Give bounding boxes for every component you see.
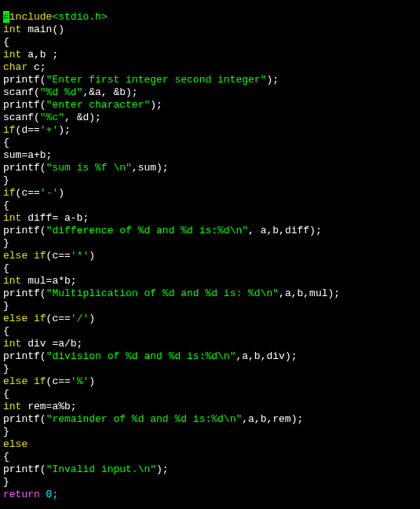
decl: mul=a*b; — [21, 275, 76, 287]
string-literal: "sum is %f \n" — [46, 162, 132, 174]
fn-printf: printf — [3, 350, 40, 362]
paren: ( — [40, 74, 46, 86]
keyword-int: int — [3, 338, 21, 350]
args: ,a,b,rem); — [242, 413, 303, 425]
char-literal: '-' — [40, 187, 58, 199]
args: ,a,b,div); — [236, 350, 297, 362]
cond: (c== — [16, 187, 40, 199]
paren: ( — [40, 99, 46, 111]
fn-printf: printf — [3, 463, 40, 475]
keyword-elseif: else if — [3, 250, 46, 262]
header-name: <stdio.h> — [52, 11, 107, 23]
cond-close: ) — [89, 250, 95, 262]
paren-close: ); — [266, 74, 279, 86]
titlebar — [0, 0, 420, 9]
char-literal: '/' — [71, 313, 89, 324]
brace: } — [3, 174, 9, 186]
brace: { — [3, 451, 9, 463]
fn-printf: printf — [3, 287, 40, 299]
stmt: sum=a+b; — [3, 149, 52, 161]
char-literal: '%' — [71, 375, 89, 387]
code-editor[interactable]: #include<stdio.h> int main() { int a,b ;… — [0, 9, 420, 503]
string-literal: "enter character" — [46, 99, 151, 111]
keyword-char: char — [3, 61, 27, 73]
args: ,a,b,mul); — [279, 287, 340, 299]
keyword-int: int — [3, 212, 21, 224]
keyword-int: int — [3, 401, 21, 412]
main-sig: main() — [21, 24, 64, 35]
decl: rem=a%b; — [21, 401, 76, 412]
keyword-return: return — [3, 489, 40, 500]
cond: (c== — [46, 250, 71, 262]
paren: ( — [40, 287, 46, 299]
brace: } — [3, 426, 9, 438]
fn-scanf: scanf — [3, 112, 34, 123]
decl: diff= a-b; — [21, 212, 89, 224]
cond-close: ) — [89, 313, 95, 324]
scan-args: , &d); — [64, 112, 101, 123]
brace: { — [3, 137, 9, 148]
fn-printf: printf — [3, 413, 40, 425]
args: ,sum); — [132, 162, 169, 174]
keyword-include: include — [9, 11, 53, 23]
brace: { — [3, 36, 9, 48]
keyword-int: int — [3, 24, 21, 35]
paren: ( — [40, 463, 46, 475]
keyword-elseif: else if — [3, 375, 46, 387]
cond-close: ); — [58, 124, 71, 136]
string-literal: "remainder of %d and %d is:%d\n" — [46, 413, 243, 425]
char-literal: '*' — [71, 250, 89, 262]
cond-close: ) — [89, 375, 95, 387]
decl-ab: a,b ; — [21, 49, 58, 60]
keyword-int: int — [3, 275, 21, 287]
cursor: # — [3, 11, 9, 23]
paren: ( — [34, 86, 40, 98]
brace: { — [3, 325, 9, 337]
paren: ( — [40, 225, 46, 236]
paren: ( — [40, 413, 46, 425]
cond: (c== — [46, 375, 71, 387]
return-val: 0; — [40, 489, 58, 500]
paren-close: ); — [150, 99, 163, 111]
decl: div =a/b; — [21, 338, 82, 350]
string-literal: "%d %d" — [40, 86, 83, 98]
brace: } — [3, 300, 9, 312]
cond: (c== — [46, 313, 71, 324]
fn-printf: printf — [3, 74, 40, 86]
paren: ( — [40, 350, 46, 362]
paren: ( — [34, 112, 40, 123]
scan-args: ,&a, &b); — [82, 86, 137, 98]
brace: { — [3, 388, 9, 400]
keyword-else: else — [3, 438, 27, 450]
string-literal: "division of %d and %d is:%d\n" — [46, 350, 236, 362]
char-literal: '+' — [40, 124, 58, 136]
string-literal: "Invalid input.\n" — [46, 463, 156, 475]
args: , a,b,diff); — [248, 225, 322, 236]
string-literal: "difference of %d and %d is:%d\n" — [46, 225, 248, 236]
decl-c: c; — [27, 61, 46, 73]
brace: } — [3, 237, 9, 249]
brace: } — [3, 476, 9, 488]
brace: } — [3, 363, 9, 375]
fn-scanf: scanf — [3, 86, 34, 98]
cond: (d== — [16, 124, 40, 136]
string-literal: "%c" — [40, 112, 64, 123]
brace: { — [3, 200, 9, 211]
brace: { — [3, 262, 9, 274]
fn-printf: printf — [3, 162, 40, 174]
fn-printf: printf — [3, 99, 40, 111]
keyword-if: if — [3, 124, 16, 136]
fn-printf: printf — [3, 225, 40, 236]
paren-close: ); — [156, 463, 169, 475]
keyword-elseif: else if — [3, 313, 46, 324]
keyword-if: if — [3, 187, 16, 199]
string-literal: "Multiplication of %d and %d is: %d\n" — [46, 287, 279, 299]
keyword-int: int — [3, 49, 21, 60]
string-literal: "Enter first integer second integer" — [46, 74, 267, 86]
paren: ( — [40, 162, 46, 174]
cond-close: ) — [58, 187, 64, 199]
